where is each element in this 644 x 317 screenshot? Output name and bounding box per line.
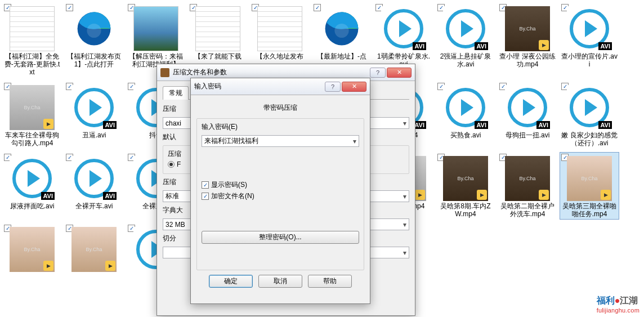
file-thumbnail [71,6,117,51]
file-label: 尿液拌面吃.avi [4,202,60,210]
file-thumbnail [319,6,364,51]
file-thumbnail: AVI [567,6,612,51]
file-label: 吴晗第三期全裸啪啪任务.mp4 [561,202,618,218]
label-level: 压缩 [163,177,176,187]
file-item[interactable]: ✓By.Cha▶查小理 深夜公园练功.mp4 [498,2,557,78]
file-thumbnail: AVI [71,85,117,130]
help-button[interactable]: ? [325,82,341,92]
password-heading: 带密码压缩 [196,103,364,113]
file-thumbnail [257,6,302,51]
file-thumbnail: By.Cha▶ [71,227,117,272]
file-thumbnail: AVI [381,6,426,51]
password-input[interactable]: 来福利江湖找福利 [202,135,359,147]
dialog-title: 输入密码 [194,82,321,91]
help-button[interactable]: 帮助 [308,275,352,288]
file-label: 【永久地址发布 [252,52,308,60]
file-label: 2强逼上悬挂矿泉水.avi [437,52,494,68]
file-thumbnail: AVI [443,6,488,51]
file-thumbnail: By.Cha▶ [443,156,488,201]
file-item[interactable]: ✓By.Cha▶吴晗第二期全裸户外洗车.mp4 [498,152,557,220]
file-item[interactable]: ✓AVI2强逼上悬挂矿泉水.avi [436,2,495,78]
file-item[interactable]: ✓By.Cha▶ [64,223,124,275]
file-thumbnail: AVI [567,85,612,130]
close-button[interactable]: ✕ [342,82,366,92]
file-thumbnail: AVI [505,85,550,130]
label-enter-password: 输入密码(E) [202,122,359,132]
file-label: 查小理的宣传片.avi [561,52,618,68]
file-label: 母狗扭一扭.avi [499,131,556,139]
file-item[interactable]: ✓AVI查小理的宣传片.avi [560,2,619,78]
file-thumbnail [10,6,55,51]
checkbox-encrypt-filenames[interactable]: ✓加密文件名(N) [202,191,359,201]
help-button[interactable]: ? [370,68,386,78]
file-item[interactable]: ✓【福利江湖发布页1】-点此打开 [64,2,124,78]
svg-point-1 [87,24,101,38]
file-thumbnail [195,6,240,51]
file-item[interactable]: ✓AVI嫩 良家少妇的感觉（还行）.avi [560,81,619,149]
cancel-button[interactable]: 取消 [258,275,302,288]
file-item[interactable]: ✓By.Cha▶车来车往全裸母狗勾引路人.mp4 [2,81,62,149]
file-label: 车来车往全裸母狗勾引路人.mp4 [4,131,60,147]
file-thumbnail: AVI [10,156,55,201]
file-item[interactable]: ✓AVI母狗扭一扭.avi [498,81,557,149]
close-button[interactable]: ✕ [387,68,412,78]
watermark: 福利●江湖 fulijianghu.com [597,295,639,314]
checkbox-show-password[interactable]: ✓显示密码(S) [202,180,359,190]
file-label: 【来了就能下载 [190,52,246,60]
file-thumbnail [133,6,178,51]
file-label: 买熟食.avi [437,131,494,139]
file-item[interactable]: ✓By.Cha▶吴晗第8期.车内ZW.mp4 [436,152,495,220]
manage-passwords-button[interactable]: 整理密码(O)... [202,231,359,244]
file-item[interactable]: ✓AVI尿液拌面吃.avi [2,152,62,220]
file-thumbnail: By.Cha▶ [567,156,612,201]
label-dict: 字典大 [163,206,183,215]
file-label: 查小理 深夜公园练功.mp4 [499,52,556,68]
file-item[interactable]: ✓AVI全裸开车.avi [64,152,124,220]
tab-general[interactable]: 常规 [163,86,189,100]
file-item[interactable]: ✓AVI丑逼.avi [64,81,124,149]
file-item[interactable]: ✓By.Cha▶ [2,223,62,275]
file-item[interactable]: ✓AVI买熟食.avi [436,81,495,149]
file-thumbnail: By.Cha▶ [10,85,55,130]
file-thumbnail: By.Cha▶ [505,6,550,51]
file-thumbnail: By.Cha▶ [505,156,550,201]
dialog-title: 压缩文件名和参数 [173,68,366,77]
label-archive-name: 压缩 [163,104,176,114]
file-label: 【福利江湖】全免费-无套路-更新快.txt [4,52,60,76]
label-split: 切分 [163,234,176,243]
file-label: 吴晗第二期全裸户外洗车.mp4 [499,202,556,218]
titlebar[interactable]: 输入密码 ? ✕ [191,78,370,95]
file-thumbnail: By.Cha▶ [10,227,55,272]
file-label: 吴晗第8期.车内ZW.mp4 [437,202,494,218]
file-label: 【最新地址】-点 [314,52,370,60]
label-default: 默认 [163,132,176,142]
app-icon [160,68,169,77]
file-thumbnail: AVI [71,156,117,201]
file-thumbnail: AVI [443,85,488,130]
ok-button[interactable]: 确定 [209,275,253,288]
svg-point-3 [334,24,348,38]
file-label: 全裸开车.avi [66,202,122,210]
file-label: 嫩 良家少妇的感觉（还行）.avi [561,131,618,147]
file-item[interactable]: ✓By.Cha▶吴晗第三期全裸啪啪任务.mp4 [560,152,619,220]
file-item[interactable]: ✓【福利江湖】全免费-无套路-更新快.txt [2,2,62,78]
file-label: 丑逼.avi [66,131,122,139]
file-label: 【福利江湖发布页1】-点此打开 [66,52,122,68]
password-dialog: 输入密码 ? ✕ 带密码压缩 输入密码(E) 来福利江湖找福利 ✓显示密码(S)… [190,78,370,304]
